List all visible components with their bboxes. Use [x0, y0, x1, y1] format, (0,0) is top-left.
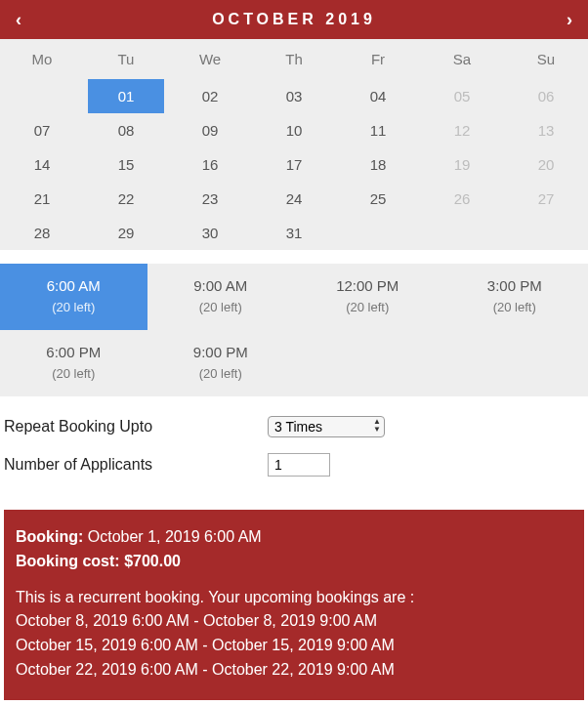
timeslot-time: 12:00 PM [298, 277, 438, 294]
calendar-day[interactable]: 31 [252, 216, 336, 250]
calendar-day: 12 [420, 113, 504, 147]
recurrent-text: This is a recurrent booking. Your upcomi… [16, 586, 572, 610]
calendar-day[interactable]: 03 [252, 79, 336, 113]
calendar-dow: Su [504, 39, 588, 79]
repeat-label: Repeat Booking Upto [4, 418, 268, 435]
calendar-day[interactable]: 24 [252, 182, 336, 216]
calendar-day[interactable]: 23 [168, 182, 252, 216]
cost-value: $700.00 [124, 553, 181, 569]
calendar-day[interactable]: 04 [336, 79, 420, 113]
calendar-day: 05 [420, 79, 504, 113]
timeslot-availability: (20 left) [52, 366, 95, 381]
calendar-day: 20 [504, 147, 588, 182]
calendar-dow-row: MoTuWeThFrSaSu [0, 39, 588, 79]
calendar-day [0, 79, 84, 113]
upcoming-item: October 15, 2019 6:00 AM - October 15, 2… [16, 634, 572, 658]
calendar-dow: Tu [84, 39, 168, 79]
calendar-day[interactable]: 14 [0, 147, 84, 182]
booking-label: Booking: [16, 528, 83, 545]
calendar-dow: We [168, 39, 252, 79]
timeslot[interactable]: 3:00 PM(20 left) [441, 264, 589, 330]
calendar-day[interactable]: 01 [88, 79, 164, 113]
timeslot[interactable]: 9:00 AM(20 left) [147, 264, 295, 330]
applicants-label: Number of Applicants [4, 456, 268, 474]
calendar-day[interactable]: 28 [0, 216, 84, 250]
calendar-day[interactable]: 25 [336, 182, 420, 216]
upcoming-list: October 8, 2019 6:00 AM - October 8, 201… [16, 609, 572, 682]
calendar-day[interactable]: 18 [336, 147, 420, 182]
upcoming-item: October 8, 2019 6:00 AM - October 8, 201… [16, 609, 572, 634]
timeslot-availability: (20 left) [52, 300, 95, 314]
booking-summary: Booking: October 1, 2019 6:00 AM Booking… [4, 510, 584, 700]
calendar-day [420, 216, 504, 250]
timeslot-availability: (20 left) [199, 300, 242, 314]
calendar-day[interactable]: 29 [84, 216, 168, 250]
calendar-dow: Sa [420, 39, 504, 79]
calendar-header: ‹ OCTOBER 2019 › [0, 0, 588, 39]
timeslot-availability: (20 left) [199, 366, 242, 381]
timeslot-availability: (20 left) [493, 300, 536, 314]
form-area: Repeat Booking Upto 3 Times ▲▼ Number of… [0, 396, 588, 510]
timeslot[interactable]: 12:00 PM(20 left) [294, 264, 441, 330]
timeslot[interactable]: 6:00 PM(20 left) [0, 330, 147, 396]
calendar-day: 27 [504, 182, 588, 216]
timeslot-time: 9:00 AM [151, 277, 291, 294]
calendar-dow: Fr [336, 39, 420, 79]
calendar-day[interactable]: 07 [0, 113, 84, 147]
calendar-day[interactable]: 16 [168, 147, 252, 182]
repeat-select[interactable]: 3 Times [268, 416, 385, 437]
timeslot[interactable]: 6:00 AM(20 left) [0, 264, 147, 330]
calendar-day [504, 216, 588, 250]
calendar-day[interactable]: 21 [0, 182, 84, 216]
calendar-day[interactable]: 30 [168, 216, 252, 250]
calendar-day: 06 [504, 79, 588, 113]
calendar-day[interactable]: 09 [168, 113, 252, 147]
timeslot-availability: (20 left) [346, 300, 389, 314]
calendar-day [336, 216, 420, 250]
upcoming-item: October 22, 2019 6:00 AM - October 22, 2… [16, 658, 572, 683]
applicants-input[interactable] [268, 453, 330, 477]
booking-value: October 1, 2019 6:00 AM [88, 528, 262, 545]
timeslot-time: 3:00 PM [445, 277, 585, 294]
calendar-day[interactable]: 08 [84, 113, 168, 147]
calendar-day[interactable]: 15 [84, 147, 168, 182]
calendar-grid: MoTuWeThFrSaSu 0102030405060708091011121… [0, 39, 588, 250]
calendar-title: OCTOBER 2019 [21, 11, 567, 28]
calendar-day[interactable]: 17 [252, 147, 336, 182]
timeslot-time: 6:00 AM [4, 277, 144, 294]
calendar-day: 26 [420, 182, 504, 216]
calendar-day: 13 [504, 113, 588, 147]
calendar-dow: Mo [0, 39, 84, 79]
next-month-icon[interactable]: › [567, 10, 572, 30]
timeslot-time: 9:00 PM [151, 344, 291, 360]
cost-label: Booking cost: [16, 553, 120, 569]
calendar-dow: Th [252, 39, 336, 79]
calendar-day[interactable]: 02 [168, 79, 252, 113]
calendar-day: 19 [420, 147, 504, 182]
calendar-day[interactable]: 10 [252, 113, 336, 147]
timeslot[interactable]: 9:00 PM(20 left) [147, 330, 295, 396]
calendar-day[interactable]: 11 [336, 113, 420, 147]
timeslot-grid: 6:00 AM(20 left)9:00 AM(20 left)12:00 PM… [0, 264, 588, 396]
calendar-day[interactable]: 22 [84, 182, 168, 216]
timeslot-time: 6:00 PM [4, 344, 144, 360]
